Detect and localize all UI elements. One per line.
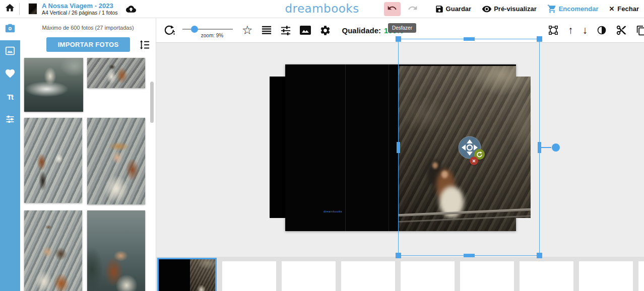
photo-thumbnail-woman-hat[interactable] xyxy=(87,118,145,204)
cut-button[interactable] xyxy=(616,25,627,36)
star-icon: ☆ xyxy=(242,25,253,35)
close-icon: ✕ xyxy=(609,5,614,13)
zoom-level-label: zoom: 9% xyxy=(182,33,242,38)
filmstrip xyxy=(156,257,644,291)
transform-button[interactable] xyxy=(548,25,559,36)
page-thumbnail-1[interactable] xyxy=(157,258,217,291)
contrast-button[interactable] xyxy=(597,25,607,35)
page-thumbnail-9[interactable] xyxy=(638,261,644,291)
project-title: A Nossa Viagem - 2023 xyxy=(42,2,118,10)
rotate-icon xyxy=(163,24,175,36)
editor-canvas[interactable]: dreambooks xyxy=(156,43,644,257)
zoom-slider-thumb[interactable] xyxy=(191,26,198,33)
picture-icon xyxy=(5,45,16,58)
gear-icon xyxy=(319,25,331,36)
zoom-slider[interactable]: zoom: 9% xyxy=(182,23,233,38)
bring-forward-button[interactable]: ↑ xyxy=(568,25,573,35)
spine-guide-line xyxy=(389,64,389,231)
tool-rail: Tt xyxy=(0,18,20,291)
divider xyxy=(19,3,20,15)
cart-icon xyxy=(547,4,557,14)
backgrounds-button[interactable] xyxy=(299,25,311,35)
sliders-icon xyxy=(5,114,15,126)
remove-photo-control[interactable]: ✕ xyxy=(470,157,478,165)
lines-icon xyxy=(261,25,272,35)
eye-icon xyxy=(482,4,492,14)
page-thumbnail-6[interactable] xyxy=(460,261,514,291)
text-tool-icon: Tt xyxy=(7,93,13,101)
photos-panel: Máximo de 600 fotos (27 importadas) IMPO… xyxy=(20,18,156,291)
camera-icon xyxy=(5,23,16,36)
mixer-icon xyxy=(280,25,291,35)
canvas-toolbar: zoom: 9% ☆ xyxy=(156,18,644,43)
layouts-button[interactable] xyxy=(261,25,272,35)
transform-icon xyxy=(548,25,559,36)
contrast-icon xyxy=(597,25,607,35)
photo-thumbnail-boat[interactable] xyxy=(24,58,83,112)
resize-handle-right[interactable] xyxy=(538,142,541,153)
thumb-photo xyxy=(190,259,215,291)
photo-counter: Máximo de 600 fotos (27 importadas) xyxy=(20,25,156,31)
photo-thumbnail-woman-lake[interactable] xyxy=(87,210,145,291)
rotate-arrow-icon xyxy=(476,151,483,158)
arrow-up-icon: ↑ xyxy=(568,25,573,35)
photo-thumbnail-man-rock[interactable] xyxy=(24,118,82,203)
dreambooks-logo: dreambooks xyxy=(285,2,359,15)
preview-button[interactable]: Pré-visualizar xyxy=(482,4,537,14)
project-thumbnail xyxy=(29,4,37,14)
project-subtitle: A4 Vertical / 26 páginas / 1 fotos xyxy=(42,10,118,16)
copy-button[interactable] xyxy=(636,25,644,36)
photo-thumbnail-couple[interactable] xyxy=(87,58,145,88)
order-label: Encomendar xyxy=(559,5,599,13)
save-label: Guardar xyxy=(446,5,472,13)
close-label: Fechar xyxy=(617,5,639,13)
rail-item-camera[interactable] xyxy=(0,18,20,40)
preview-label: Pré-visualizar xyxy=(494,5,537,13)
page-thumbnail-4[interactable] xyxy=(341,261,395,291)
project-info: A Nossa Viagem - 2023 A4 Vertical / 26 p… xyxy=(42,2,118,16)
page-thumbnail-5[interactable] xyxy=(401,261,455,291)
import-photos-button[interactable]: IMPORTAR FOTOS xyxy=(46,37,130,52)
redo-icon xyxy=(408,3,418,15)
favorite-layout-button[interactable]: ☆ xyxy=(242,25,253,35)
undo-tooltip: Desfazer xyxy=(388,23,416,33)
zoom-slider-track[interactable] xyxy=(182,29,233,30)
page-thumbnail-2[interactable] xyxy=(222,261,276,291)
rotate-handle-knob[interactable] xyxy=(552,143,560,152)
heart-icon xyxy=(5,68,16,81)
panel-scrollbar[interactable] xyxy=(150,82,154,123)
resize-handle-bottom[interactable] xyxy=(464,254,475,257)
save-icon xyxy=(435,5,444,14)
home-button[interactable] xyxy=(0,0,19,18)
rotate-handle-line xyxy=(541,147,551,148)
cloud-sync-icon xyxy=(125,4,137,14)
page-thumbnail-7[interactable] xyxy=(520,261,573,291)
rail-item-favorites[interactable] xyxy=(0,63,20,86)
page-thumbnail-3[interactable] xyxy=(282,261,336,291)
image-icon xyxy=(299,25,311,35)
copy-icon xyxy=(636,25,644,36)
save-button[interactable]: Guardar xyxy=(435,5,472,14)
top-bar: A Nossa Viagem - 2023 A4 Vertical / 26 p… xyxy=(0,0,644,18)
order-button[interactable]: Encomendar xyxy=(547,4,599,14)
sort-icon xyxy=(139,40,150,50)
close-button[interactable]: ✕ Fechar xyxy=(609,5,639,13)
redo-button[interactable] xyxy=(405,2,420,16)
photo-thumbnail-selfie[interactable] xyxy=(24,210,82,291)
thumb-black-page xyxy=(159,259,190,291)
page-thumbnail-8[interactable] xyxy=(579,261,633,291)
undo-button[interactable] xyxy=(384,2,401,16)
quality-label: Qualidade: xyxy=(342,26,381,35)
settings-button[interactable] xyxy=(319,25,331,36)
arrow-down-icon: ↓ xyxy=(583,25,588,35)
send-backward-button[interactable]: ↓ xyxy=(583,25,588,35)
layout-options-button[interactable] xyxy=(280,25,291,35)
sort-order-button[interactable] xyxy=(139,40,150,50)
page-brand-text: dreambooks xyxy=(311,210,354,213)
scissors-icon xyxy=(616,25,627,36)
home-icon xyxy=(5,3,15,15)
rail-item-photos[interactable] xyxy=(0,40,20,63)
rotate-page-button[interactable] xyxy=(163,24,175,36)
rail-item-text[interactable]: Tt xyxy=(0,86,20,108)
rail-item-adjustments[interactable] xyxy=(0,108,20,131)
